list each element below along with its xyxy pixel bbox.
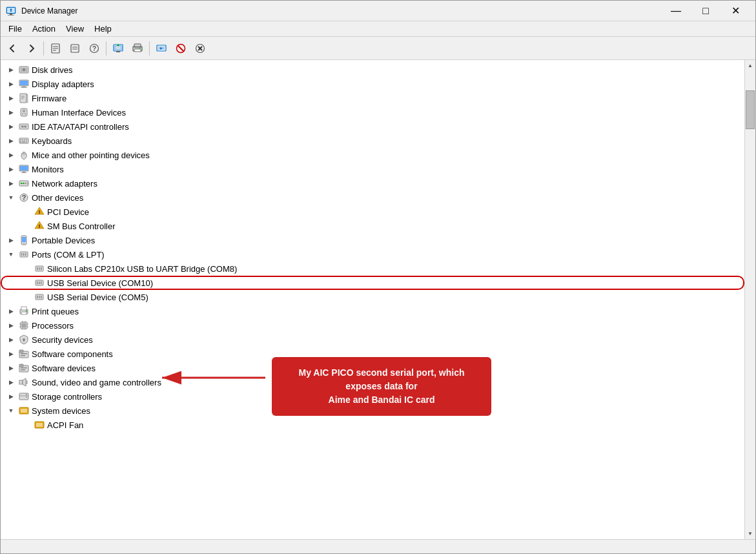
icon-display — [18, 78, 30, 90]
svg-rect-34 — [20, 81, 28, 85]
tree-item-network[interactable]: ▶ Network adapters — [1, 176, 744, 190]
label-portable: Portable Devices — [32, 236, 95, 245]
tree-item-acpi-fan[interactable]: ▶ ACPI Fan — [1, 418, 744, 432]
toolbar: ? — [1, 37, 755, 60]
tree-item-display-adapters[interactable]: ▶ Display adapters — [1, 77, 744, 91]
svg-point-122 — [26, 394, 27, 395]
callout-annotation: My AIC PICO second serial port, which ex… — [272, 357, 491, 416]
enable-button[interactable] — [152, 39, 170, 57]
label-network: Network adapters — [32, 179, 97, 189]
svg-rect-83 — [37, 267, 38, 270]
tree-item-pci-device[interactable]: ▶ ! PCI Device — [1, 205, 744, 219]
icon-smbus: ! — [34, 220, 45, 232]
expand-hid: ▶ — [6, 107, 16, 118]
tree-item-hid[interactable]: ▶ Human Interface Devices — [1, 105, 744, 119]
expand-security: ▶ — [6, 334, 16, 345]
svg-rect-118 — [19, 380, 23, 384]
tree-item-keyboards[interactable]: ▶ Keyboards — [1, 134, 744, 148]
svg-rect-36 — [21, 87, 27, 88]
svg-rect-81 — [25, 253, 26, 256]
maximize-button[interactable]: □ — [691, 1, 720, 21]
icon-ports — [18, 249, 30, 260]
label-ide: IDE ATA/ATAPI controllers — [32, 122, 129, 132]
expand-monitors: ▶ — [6, 164, 16, 174]
uninstall-button[interactable] — [191, 39, 209, 57]
svg-line-25 — [178, 46, 183, 51]
svg-rect-37 — [20, 94, 26, 103]
svg-rect-19 — [134, 49, 141, 52]
scrollbar-thumb[interactable] — [746, 90, 755, 129]
svg-rect-95 — [21, 307, 26, 310]
print-button[interactable] — [128, 39, 147, 57]
icon-ide — [18, 121, 30, 132]
tree-item-mice[interactable]: ▶ Mice and other pointing devices — [1, 148, 744, 162]
tree-item-print-queues[interactable]: ▶ Print queues — [1, 304, 744, 318]
svg-rect-1 — [10, 14, 12, 15]
label-usb-com5: USB Serial Device (COM5) — [47, 292, 148, 302]
label-software-devices: Software devices — [32, 364, 96, 373]
svg-rect-120 — [19, 393, 28, 400]
icon-processors — [18, 320, 30, 331]
tree-item-other-devices[interactable]: ▼ ? Other devices — [1, 190, 744, 205]
label-display-adapters: Display adapters — [32, 79, 94, 89]
tree-item-monitors[interactable]: ▶ Monitors — [1, 162, 744, 176]
scan-changes-button[interactable] — [109, 39, 127, 57]
svg-rect-111 — [19, 350, 23, 353]
svg-rect-99 — [22, 323, 26, 327]
label-usb-com10: USB Serial Device (COM10) — [47, 278, 153, 288]
label-pci-device: PCI Device — [47, 207, 89, 217]
tree-item-usb-com5[interactable]: ▶ USB Serial Device (COM5) — [1, 290, 744, 304]
svg-rect-62 — [23, 171, 25, 172]
tree-item-silicon-labs[interactable]: ▶ Silicon Labs CP210x USB to UART Bridge… — [1, 262, 744, 276]
label-storage: Storage controllers — [32, 392, 102, 402]
app-icon — [6, 6, 16, 16]
icon-disk — [18, 64, 30, 76]
menu-file[interactable]: File — [3, 23, 27, 35]
label-sound: Sound, video and game controllers — [32, 378, 161, 387]
toolbar-separator-1 — [43, 41, 44, 56]
icon-com5 — [34, 291, 45, 303]
tree-item-portable[interactable]: ▶ Portable Devices — [1, 233, 744, 247]
tree-item-ports[interactable]: ▼ Ports (COM & LPT) — [1, 247, 744, 262]
menu-help[interactable]: Help — [89, 23, 117, 35]
svg-point-20 — [139, 47, 141, 48]
svg-rect-84 — [39, 267, 40, 270]
expand-storage: ▶ — [6, 391, 16, 402]
svg-rect-52 — [22, 139, 23, 141]
title-bar-buttons: — □ ✕ — [661, 1, 750, 21]
back-button[interactable] — [3, 39, 21, 57]
label-sm-bus: SM Bus Controller — [47, 221, 115, 231]
properties-button[interactable] — [46, 39, 65, 57]
menu-view[interactable]: View — [61, 23, 89, 35]
help-button[interactable]: ? — [85, 39, 103, 57]
tree-item-ide[interactable]: ▶ IDE ATA/ATAPI controllers — [1, 119, 744, 134]
label-hid: Human Interface Devices — [32, 108, 126, 118]
tree-item-sm-bus[interactable]: ▶ ! SM Bus Controller — [1, 219, 744, 233]
svg-rect-80 — [23, 253, 25, 256]
expand-ide: ▶ — [6, 121, 16, 132]
svg-rect-125 — [21, 409, 27, 413]
tree-item-security[interactable]: ▶ Security devices — [1, 333, 744, 347]
update-driver-button[interactable] — [66, 39, 84, 57]
svg-rect-63 — [21, 172, 26, 173]
label-security: Security devices — [32, 335, 93, 345]
tree-item-firmware[interactable]: ▶ Firmware — [1, 91, 744, 105]
svg-rect-117 — [21, 369, 25, 371]
expand-other: ▼ — [6, 192, 16, 203]
forward-button[interactable] — [23, 39, 41, 57]
tree-item-disk-drives[interactable]: ▶ Disk drives — [1, 63, 744, 77]
disable-button[interactable] — [172, 39, 190, 57]
icon-monitors — [18, 163, 30, 175]
svg-rect-50 — [19, 138, 28, 143]
tree-item-usb-com10[interactable]: ▶ USB Serial Device (COM10) — [1, 276, 744, 290]
toolbar-separator-2 — [106, 41, 107, 56]
label-print-queues: Print queues — [32, 307, 79, 316]
svg-rect-47 — [21, 125, 27, 128]
close-button[interactable]: ✕ — [720, 1, 750, 21]
svg-rect-53 — [24, 139, 25, 141]
menu-action[interactable]: Action — [27, 23, 61, 35]
vertical-scrollbar[interactable]: ▲ ▼ — [744, 60, 755, 539]
svg-rect-88 — [39, 282, 40, 284]
tree-item-processors[interactable]: ▶ Processors — [1, 318, 744, 333]
minimize-button[interactable]: — — [661, 1, 691, 21]
